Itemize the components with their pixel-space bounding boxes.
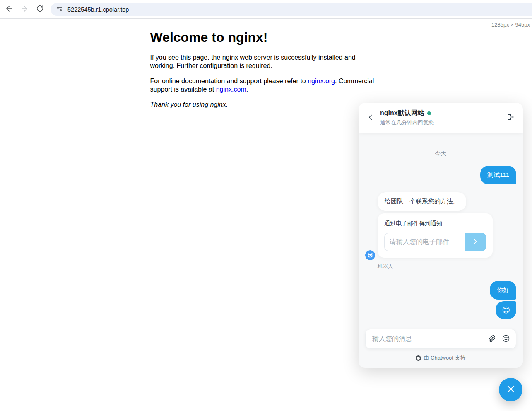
bot-name-label: 机器人 <box>378 263 516 270</box>
chat-title: nginx默认网站 <box>380 109 424 118</box>
user-message-bubble: 测试111 <box>480 166 516 184</box>
chevron-left-icon <box>367 114 374 122</box>
user-message-row: 测试111 <box>365 157 516 184</box>
reload-button[interactable] <box>34 3 46 15</box>
page-title: Welcome to nginx! <box>150 30 382 45</box>
bot-avatar <box>365 250 375 260</box>
site-info-icon[interactable] <box>56 5 63 14</box>
message-composer <box>365 329 516 349</box>
browser-toolbar: 5222545b.r1.cpolar.top <box>0 0 532 19</box>
user-emoji-bubble: 😊 <box>496 301 516 319</box>
composer-area <box>359 329 523 349</box>
forward-button[interactable] <box>18 3 31 15</box>
date-separator: 今天 <box>365 150 516 157</box>
message-input[interactable] <box>371 335 482 343</box>
chat-subtitle: 通常在几分钟内回复您 <box>380 119 500 126</box>
email-capture-card: 通过电子邮件得到通知 <box>378 213 493 258</box>
date-separator-label: 今天 <box>435 150 447 157</box>
bot-message-group: 给团队一个联系您的方法。 通过电子邮件得到通知 机器人 <box>365 192 516 270</box>
email-submit-button[interactable] <box>465 233 486 251</box>
nginx-thanks: Thank you for using nginx. <box>150 101 382 109</box>
nginx-paragraph-1: If you see this page, the nginx web serv… <box>150 53 382 70</box>
url-text: 5222545b.r1.cpolar.top <box>67 6 129 13</box>
url-bar[interactable]: 5222545b.r1.cpolar.top <box>51 3 532 16</box>
attach-file-button[interactable] <box>488 334 496 344</box>
chat-widget: nginx默认网站 通常在几分钟内回复您 今天 测试111 给团队一个联系您的方… <box>359 103 523 368</box>
chat-header: nginx默认网站 通常在几分钟内回复您 <box>359 103 523 133</box>
emoji-picker-button[interactable] <box>502 334 510 344</box>
user-message-row: 你好 <box>365 281 516 300</box>
robot-icon <box>365 250 375 260</box>
page-content: Welcome to nginx! If you see this page, … <box>0 19 532 116</box>
chat-launcher-close-button[interactable] <box>499 378 522 401</box>
nginx-com-link[interactable]: nginx.com <box>216 86 246 93</box>
paperclip-icon <box>488 334 496 344</box>
conversation-area: 今天 测试111 给团队一个联系您的方法。 通过电子邮件得到通知 <box>359 133 523 329</box>
email-card-label: 通过电子邮件得到通知 <box>384 220 486 227</box>
email-input[interactable] <box>384 233 465 251</box>
powered-by-link[interactable]: 由 Chatwoot 支持 <box>359 349 523 368</box>
end-conversation-button[interactable] <box>506 113 515 123</box>
powered-by-label: 由 Chatwoot 支持 <box>424 354 465 362</box>
nginx-paragraph-2-text: For online documentation and support ple… <box>150 77 308 85</box>
nginx-paragraph-2: For online documentation and support ple… <box>150 77 382 93</box>
back-arrow-icon <box>5 5 13 14</box>
back-button[interactable] <box>3 3 15 15</box>
user-message-bubble: 你好 <box>490 281 516 300</box>
smiley-icon <box>502 334 510 344</box>
nginx-org-link[interactable]: nginx.org <box>308 77 335 85</box>
chatwoot-logo-icon <box>416 355 421 361</box>
bot-message-bubble: 给团队一个联系您的方法。 <box>378 192 466 211</box>
reload-icon <box>36 5 44 14</box>
nginx-paragraph-2-text-end: . <box>246 86 248 93</box>
chat-back-button[interactable] <box>367 114 374 122</box>
exit-icon <box>506 113 515 123</box>
chevron-right-icon <box>472 238 479 246</box>
user-message-row: 😊 <box>365 300 516 319</box>
online-status-dot <box>427 111 431 115</box>
close-icon <box>506 384 516 395</box>
forward-arrow-icon <box>20 5 29 14</box>
